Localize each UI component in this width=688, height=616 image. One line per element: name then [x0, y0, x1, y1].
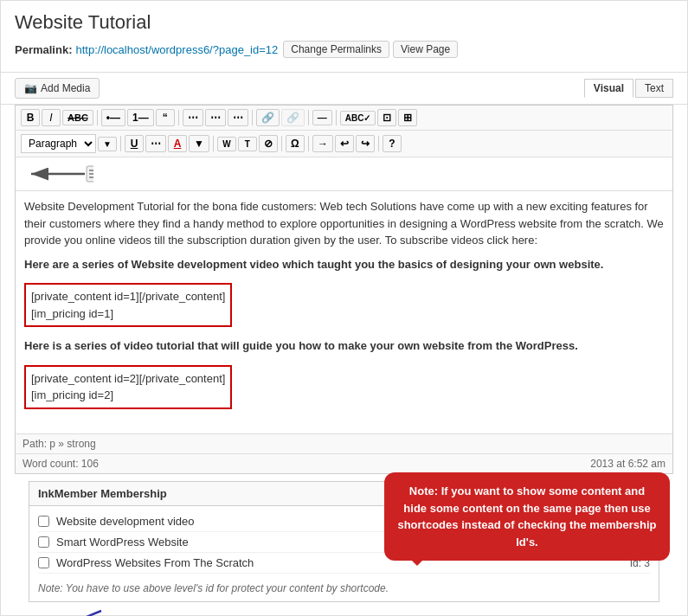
strikethrough-button[interactable]: ABC [62, 110, 93, 125]
inkmember-checkbox-1[interactable] [38, 516, 49, 527]
separator [378, 136, 379, 151]
page-title: Website Tutorial [15, 11, 673, 34]
camera-icon: 📷 [24, 82, 37, 94]
separator [308, 110, 309, 125]
shortcode-2b: [im_pricing id=2] [31, 387, 225, 404]
content-paragraph-1: Website Development Tutorial for the bon… [24, 198, 664, 249]
ul-button[interactable]: •— [101, 109, 125, 126]
paste-word-button[interactable]: W [217, 137, 236, 151]
color-dropdown-button[interactable]: ▼ [189, 135, 209, 152]
inkmember-note: Note: You have to use above level's id f… [29, 579, 659, 601]
shortcode-1b: [im_pricing id=1] [31, 305, 225, 323]
shortcode-box-2: [private_content id=2][/private_content]… [24, 365, 232, 409]
align-center-button[interactable]: ⋯ [205, 109, 226, 126]
content-bold-1: Here are a series of Website development… [24, 256, 664, 273]
align-left-button[interactable]: ⋯ [183, 109, 203, 126]
note-bubble-text: Note: If you want to show some content a… [397, 484, 656, 549]
separator [120, 136, 121, 151]
inkmember-checkbox-2[interactable] [38, 536, 49, 548]
paragraph-select[interactable]: Paragraph [21, 134, 96, 153]
add-media-label: Add Media [41, 82, 90, 94]
more-button[interactable]: — [312, 110, 332, 125]
separator [178, 110, 179, 125]
change-permalinks-button[interactable]: Change Permalinks [283, 41, 389, 58]
inkmember-checkbox-3[interactable] [38, 557, 49, 568]
drag-arrow [24, 163, 93, 185]
text-tab[interactable]: Text [635, 79, 673, 98]
special-char-button[interactable]: Ω [286, 135, 305, 152]
editor-content[interactable]: Website Development Tutorial for the bon… [16, 191, 672, 433]
underline-button[interactable]: U [125, 135, 144, 152]
paste-plain-button[interactable]: T [238, 137, 257, 151]
blockquote-button[interactable]: “ [156, 109, 175, 126]
shortcode-1a: [private_content id=1][/private_content] [31, 288, 225, 305]
inkmember-item-label-1: Website development video [56, 515, 194, 528]
separator [97, 110, 98, 125]
last-edited: 2013 at 6:52 am [590, 458, 665, 470]
inkmember-title: InkMember Membership [38, 487, 167, 500]
ol-button[interactable]: 1— [127, 109, 154, 126]
visual-tab[interactable]: Visual [584, 79, 633, 98]
shortcode-2a: [private_content id=2][/private_content] [31, 370, 225, 388]
separator [281, 136, 282, 151]
indent-button[interactable]: → [312, 135, 333, 152]
redo-button[interactable]: ↪ [356, 135, 375, 152]
table-button[interactable]: ⊞ [398, 109, 417, 126]
permalink-url[interactable]: http://localhost/wordpress6/?page_id=12 [75, 43, 278, 56]
view-page-button[interactable]: View Page [393, 41, 458, 58]
word-count: Word count: 106 [23, 458, 99, 470]
toggle-toolbar-button[interactable]: ▼ [98, 137, 117, 151]
link-button[interactable]: 🔗 [256, 109, 280, 126]
shortcode-box-1: [private_content id=1][/private_content]… [24, 283, 232, 327]
separator [336, 110, 337, 125]
fullscreen-button[interactable]: ⊡ [377, 109, 396, 126]
separator [252, 110, 253, 125]
undo-button[interactable]: ↩ [335, 135, 354, 152]
add-media-button[interactable]: 📷 Add Media [15, 78, 100, 99]
path-bar: Path: p » strong [16, 433, 672, 453]
align-right-button[interactable]: ⋯ [228, 109, 248, 126]
inkmember-item-label-3: WordPress Websites From The Scratch [56, 556, 254, 569]
separator [213, 136, 214, 151]
permalink-label: Permalink: [15, 43, 72, 56]
note-bubble: Note: If you want to show some content a… [384, 472, 670, 561]
separator [308, 136, 309, 151]
font-color-button[interactable]: A [168, 135, 187, 152]
spellcheck-button[interactable]: ABC✓ [340, 111, 376, 125]
align-justify-button[interactable]: ⋯ [145, 135, 166, 152]
italic-button[interactable]: I [42, 109, 61, 126]
remove-format-button[interactable]: ⊘ [259, 135, 278, 152]
bold-button[interactable]: B [21, 109, 40, 126]
content-bold-2: Here is a series of video tutorial that … [24, 337, 664, 355]
unlink-button[interactable]: 🔗 [281, 109, 305, 126]
inkmember-item-label-2: Smart WordPress Website [56, 536, 189, 549]
annotation-arrow [15, 602, 119, 616]
help-button[interactable]: ? [383, 135, 402, 152]
